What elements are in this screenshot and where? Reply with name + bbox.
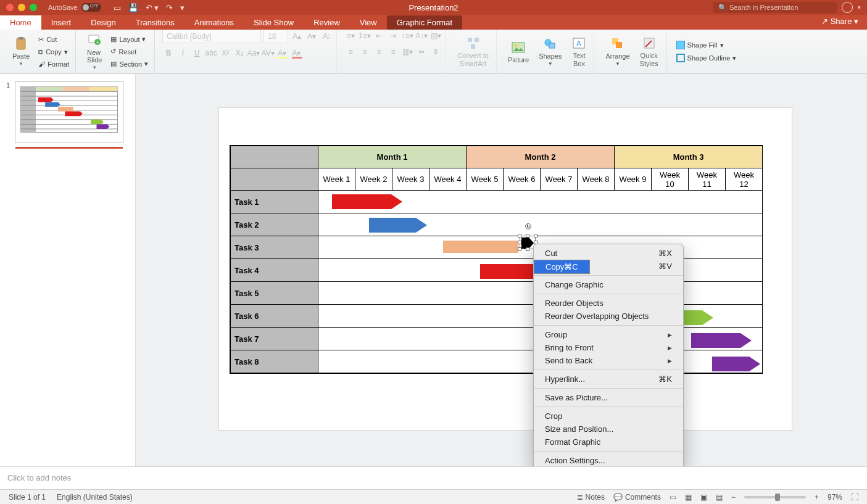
cut-button[interactable]: ✂ Cut (36, 35, 72, 45)
bullets-icon[interactable]: ≡▾ (344, 30, 357, 42)
tab-review[interactable]: Review (304, 15, 350, 30)
qat-custom-icon[interactable]: ▾ (180, 3, 185, 12)
text-dir-icon[interactable]: A↕▾ (415, 30, 428, 42)
ctx-format-graphic[interactable]: Format Graphic (534, 436, 683, 448)
ctx-hyperlink[interactable]: Hyperlink...⌘K (534, 373, 683, 386)
zoom-level[interactable]: 97% (828, 493, 842, 502)
fit-window-icon[interactable]: ⛶ (851, 493, 858, 502)
minimize-icon[interactable] (18, 4, 25, 11)
tab-design[interactable]: Design (81, 15, 125, 30)
align-right-icon[interactable]: ≡ (373, 46, 385, 58)
shrink-font-icon[interactable]: A▾ (305, 30, 318, 43)
search-input-wrap[interactable]: 🔍 (713, 2, 837, 13)
ctx-cut[interactable]: Cut⌘X (534, 247, 683, 260)
close-icon[interactable] (6, 4, 14, 11)
line-spacing-icon[interactable]: ↕≡▾ (401, 30, 413, 42)
textbox-button[interactable]: AText Box (568, 35, 590, 68)
tab-animations[interactable]: Animations (185, 15, 244, 30)
format-painter-button[interactable]: 🖌 Format (36, 59, 72, 69)
strike-icon[interactable]: abc (205, 47, 217, 59)
tab-insert[interactable]: Insert (41, 15, 81, 30)
quick-styles-button[interactable]: Quick Styles (636, 35, 662, 68)
ctx-send-back[interactable]: Send to Back (534, 354, 683, 367)
normal-view-icon[interactable]: ▭ (670, 493, 676, 502)
indent-icon[interactable]: ⇥ (387, 30, 399, 42)
tab-view[interactable]: View (350, 15, 387, 30)
ctx-bring-front[interactable]: Bring to Front (534, 341, 683, 354)
dist-h-icon[interactable]: ⇔ (415, 46, 428, 58)
grow-font-icon[interactable]: A▴ (291, 30, 303, 43)
font-color-icon[interactable]: A▾ (290, 47, 302, 59)
subscript-icon[interactable]: X₂ (233, 47, 246, 59)
clear-format-icon[interactable]: A⃠ (320, 30, 333, 43)
align-text-icon[interactable]: ▤▾ (429, 30, 442, 42)
reading-view-icon[interactable]: ▣ (700, 493, 707, 502)
reset-button[interactable]: ↺ Reset (108, 46, 151, 57)
slideshow-view-icon[interactable]: ▤ (716, 493, 723, 502)
italic-icon[interactable]: I (176, 47, 189, 59)
maximize-icon[interactable] (30, 4, 37, 11)
arrange-button[interactable]: Arrange▼ (602, 35, 633, 68)
notes-pane[interactable]: Click to add notes (0, 466, 867, 489)
ctx-copy[interactable]: Copy⌘C (534, 260, 590, 274)
share-button[interactable]: ↗ Share ▾ (821, 17, 858, 26)
numbering-icon[interactable]: 1≡▾ (359, 30, 371, 42)
zoom-slider[interactable] (744, 496, 806, 498)
char-spacing-icon[interactable]: AV▾ (262, 47, 274, 59)
tab-slideshow[interactable]: Slide Show (244, 15, 304, 30)
file-icon[interactable]: ▭ (114, 3, 121, 12)
font-size-input[interactable] (263, 30, 288, 43)
redo-icon[interactable]: ↷ (166, 3, 173, 12)
autosave-toggle[interactable]: AutoSave OFF (48, 3, 101, 12)
convert-smartart-button[interactable]: Convert to SmartArt (454, 35, 492, 68)
language-indicator[interactable]: English (United States) (57, 493, 133, 502)
outdent-icon[interactable]: ⇤ (373, 30, 385, 42)
picture-button[interactable]: Picture (504, 39, 533, 65)
align-center-icon[interactable]: ≡ (359, 46, 371, 58)
shapes-button[interactable]: Shapes▼ (535, 35, 565, 68)
shape-fill-button[interactable]: Shape Fill ▾ (674, 39, 739, 51)
task-7-bar[interactable] (691, 333, 752, 348)
sorter-view-icon[interactable]: ▦ (685, 493, 692, 502)
task-3-bar[interactable] (443, 241, 518, 253)
tab-graphic-format[interactable]: Graphic Format (387, 15, 462, 30)
ctx-size-position[interactable]: Size and Position... (534, 423, 683, 436)
change-case-icon[interactable]: Aa▾ (247, 47, 260, 59)
paste-button[interactable]: Paste ▼ (9, 35, 33, 68)
ctx-save-picture[interactable]: Save as Picture... (534, 391, 683, 404)
section-button[interactable]: ▤ Section ▾ (108, 59, 151, 69)
save-icon[interactable]: 💾 (128, 3, 138, 12)
zoom-out-icon[interactable]: − (731, 493, 736, 502)
tab-home[interactable]: Home (0, 15, 41, 30)
superscript-icon[interactable]: X² (219, 47, 231, 59)
ctx-crop[interactable]: Crop (534, 410, 683, 423)
dist-v-icon[interactable]: ⇕ (429, 46, 442, 58)
task-4-bar[interactable] (480, 264, 534, 279)
task-2-bar[interactable] (369, 218, 427, 233)
rotation-handle-icon[interactable]: ↻ (525, 223, 531, 229)
tab-transitions[interactable]: Transitions (126, 15, 185, 30)
justify-icon[interactable]: ≡ (387, 46, 399, 58)
slide-thumbnail[interactable]: 1 (6, 81, 129, 143)
task-1-bar[interactable] (332, 194, 402, 209)
ctx-reorder[interactable]: Reorder Objects (534, 297, 683, 310)
layout-button[interactable]: ▦ Layout ▾ (108, 34, 151, 44)
chevron-down-icon[interactable]: ▾ (858, 4, 861, 10)
shape-outline-button[interactable]: Shape Outline ▾ (674, 52, 739, 64)
ctx-change-graphic[interactable]: Change Graphic (534, 278, 683, 291)
ctx-group[interactable]: Group (534, 328, 683, 341)
comments-button[interactable]: 💬 Comments (613, 493, 661, 502)
task-8-bar[interactable] (712, 357, 760, 371)
slide-editor[interactable]: Month 1 Month 2 Month 3 Week 1 Week 2 We… (136, 74, 867, 466)
zoom-in-icon[interactable]: + (815, 493, 819, 502)
notes-button[interactable]: ≣ Notes (577, 493, 605, 502)
font-name-input[interactable] (162, 30, 261, 43)
ctx-action-settings[interactable]: Action Settings... (534, 454, 683, 466)
highlight-icon[interactable]: A▾ (276, 47, 288, 59)
columns-icon[interactable]: ▥▾ (401, 46, 413, 58)
ctx-reorder-overlapping[interactable]: Reorder Overlapping Objects (534, 310, 683, 323)
align-left-icon[interactable]: ≡ (344, 46, 357, 58)
underline-icon[interactable]: U (191, 47, 203, 59)
search-input[interactable] (729, 4, 832, 11)
undo-icon[interactable]: ↶ ▾ (146, 3, 159, 12)
